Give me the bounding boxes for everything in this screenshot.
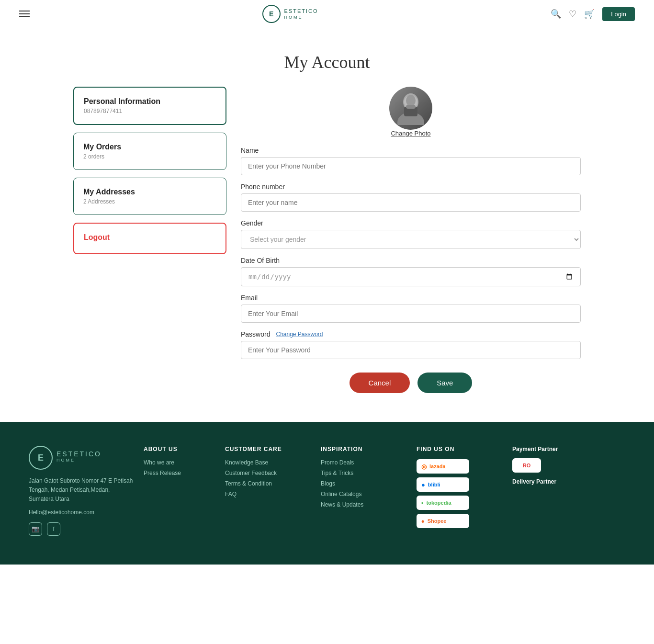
- footer-press-release[interactable]: Press Release: [144, 470, 215, 476]
- email-input[interactable]: [241, 305, 581, 323]
- logo-area[interactable]: E ESTETICO HOME: [262, 5, 318, 23]
- email-group: Email: [241, 294, 581, 323]
- footer-email: Hello@esteticohome.com: [29, 509, 134, 516]
- footer-about-us-title: ABOUT US: [144, 446, 215, 452]
- footer-terms-condition[interactable]: Terms & Condition: [225, 480, 311, 487]
- tokopedia-label: tokopedia: [427, 500, 451, 506]
- shopee-logo[interactable]: ♦ Shopee: [417, 514, 469, 528]
- password-input[interactable]: [241, 341, 581, 359]
- footer-logo-letter: E: [38, 453, 44, 463]
- footer-logo-brand: ESTETICO: [56, 450, 101, 458]
- shopee-icon: ♦: [421, 518, 425, 525]
- site-footer: E ESTETICO HOME Jalan Gatot Subroto Nomo…: [0, 422, 654, 565]
- payment-partner-badge: RO: [512, 458, 541, 473]
- footer-brand-text: ESTETICO HOME: [56, 450, 101, 468]
- gender-group: Gender Select your gender Male Female Ot…: [241, 219, 581, 249]
- wishlist-icon[interactable]: ♡: [569, 9, 576, 19]
- password-group: Password Change Password: [241, 330, 581, 359]
- footer-customer-feedback[interactable]: Customer Feedback: [225, 470, 311, 476]
- main-content: Personal Information 087897877411 My Ord…: [64, 87, 590, 393]
- sidebar-logout-title: Logout: [84, 233, 216, 242]
- sidebar-my-addresses-title: My Addresses: [83, 188, 216, 196]
- save-button[interactable]: Save: [417, 373, 472, 393]
- change-password-link[interactable]: Change Password: [276, 331, 323, 338]
- avatar: [389, 87, 432, 130]
- footer-logo-circle: E: [29, 446, 53, 470]
- facebook-icon[interactable]: f: [47, 522, 60, 536]
- tokopedia-logo[interactable]: ▪ tokopedia: [417, 496, 469, 510]
- sidebar-personal-info-title: Personal Information: [84, 97, 216, 106]
- svg-point-3: [406, 95, 416, 106]
- footer-logo-area: E ESTETICO HOME Jalan Gatot Subroto Nomo…: [29, 446, 134, 536]
- logo-letter: E: [269, 10, 273, 18]
- sidebar-personal-info-sub: 087897877411: [84, 108, 216, 114]
- logo-sub: HOME: [284, 15, 318, 20]
- sidebar-my-orders-sub: 2 orders: [83, 153, 216, 160]
- header-left: [19, 11, 30, 17]
- footer-find-us-title: FIND US ON: [417, 446, 503, 452]
- email-label: Email: [241, 294, 581, 302]
- site-header: E ESTETICO HOME 🔍 ♡ 🛒 Login: [0, 0, 654, 28]
- password-label-row: Password Change Password: [241, 330, 581, 338]
- blibli-icon: ●: [421, 481, 425, 488]
- sidebar-logout[interactable]: Logout: [73, 223, 226, 254]
- footer-grid: E ESTETICO HOME Jalan Gatot Subroto Nomo…: [29, 446, 625, 536]
- sidebar-my-orders-title: My Orders: [83, 143, 216, 151]
- gender-select[interactable]: Select your gender Male Female Other: [241, 230, 581, 249]
- footer-about-us: ABOUT US Who we are Press Release: [144, 446, 215, 536]
- shopee-label: Shopee: [428, 518, 447, 524]
- footer-online-catalogs[interactable]: Online Catalogs: [321, 491, 407, 497]
- gender-label: Gender: [241, 219, 581, 227]
- phone-label: Phone number: [241, 183, 581, 191]
- logo-text-block: ESTETICO HOME: [284, 8, 318, 19]
- footer-social: 📷 f: [29, 522, 134, 536]
- footer-who-we-are[interactable]: Who we are: [144, 459, 215, 466]
- form-area: Change Photo Name Phone number Gender Se…: [241, 87, 581, 393]
- header-right: 🔍 ♡ 🛒 Login: [551, 7, 635, 21]
- instagram-icon[interactable]: 📷: [29, 522, 42, 536]
- footer-customer-care: CUSTOMER CARE Knowledge Base Customer Fe…: [225, 446, 311, 536]
- dob-label: Date Of Birth: [241, 257, 581, 264]
- blibli-logo[interactable]: ● blibli: [417, 477, 469, 492]
- footer-customer-care-title: CUSTOMER CARE: [225, 446, 311, 452]
- lazada-icon: ◎: [421, 463, 427, 470]
- delivery-partner-title: Delivery Partner: [512, 478, 589, 485]
- sidebar: Personal Information 087897877411 My Ord…: [73, 87, 226, 393]
- lazada-logo[interactable]: ◎ lazada: [417, 459, 469, 474]
- hamburger-menu[interactable]: [19, 11, 30, 17]
- footer-find-us: FIND US ON ◎ lazada ● blibli ▪ tokopedia…: [417, 446, 503, 536]
- phone-input[interactable]: [241, 193, 581, 212]
- phone-group: Phone number: [241, 183, 581, 212]
- footer-inspiration: INSPIRATION Promo Deals Tips & Tricks Bl…: [321, 446, 407, 536]
- footer-news-updates[interactable]: News & Updates: [321, 501, 407, 508]
- footer-partners: Payment Partner RO Delivery Partner: [512, 446, 589, 536]
- dob-wrapper: [241, 267, 581, 286]
- svg-rect-5: [406, 105, 416, 109]
- sidebar-my-orders[interactable]: My Orders 2 orders: [73, 133, 226, 170]
- logo-circle: E: [262, 5, 281, 23]
- footer-inspiration-title: INSPIRATION: [321, 446, 407, 452]
- sidebar-personal-info[interactable]: Personal Information 087897877411: [73, 87, 226, 125]
- form-buttons: Cancel Save: [241, 373, 581, 393]
- cart-icon[interactable]: 🛒: [584, 9, 595, 19]
- change-photo-link[interactable]: Change Photo: [391, 130, 430, 137]
- sidebar-my-addresses[interactable]: My Addresses 2 Addresses: [73, 178, 226, 215]
- page-title: My Account: [0, 52, 654, 72]
- footer-knowledge-base[interactable]: Knowledge Base: [225, 459, 311, 466]
- logo-brand: ESTETICO: [284, 8, 318, 14]
- footer-faq[interactable]: FAQ: [225, 491, 311, 497]
- name-input[interactable]: [241, 157, 581, 175]
- search-icon[interactable]: 🔍: [551, 9, 561, 19]
- footer-address: Jalan Gatot Subroto Nomor 47 E Petisah T…: [29, 476, 134, 504]
- footer-blogs[interactable]: Blogs: [321, 480, 407, 487]
- login-button[interactable]: Login: [602, 7, 635, 21]
- footer-promo-deals[interactable]: Promo Deals: [321, 459, 407, 466]
- lazada-label: lazada: [429, 463, 446, 469]
- dob-group: Date Of Birth: [241, 257, 581, 286]
- cancel-button[interactable]: Cancel: [350, 373, 410, 393]
- dob-input[interactable]: [241, 267, 581, 286]
- find-us-logos: ◎ lazada ● blibli ▪ tokopedia ♦ Shopee: [417, 459, 503, 528]
- payment-partner-badge-text: RO: [523, 463, 531, 468]
- footer-tips-tricks[interactable]: Tips & Tricks: [321, 470, 407, 476]
- name-label: Name: [241, 147, 581, 154]
